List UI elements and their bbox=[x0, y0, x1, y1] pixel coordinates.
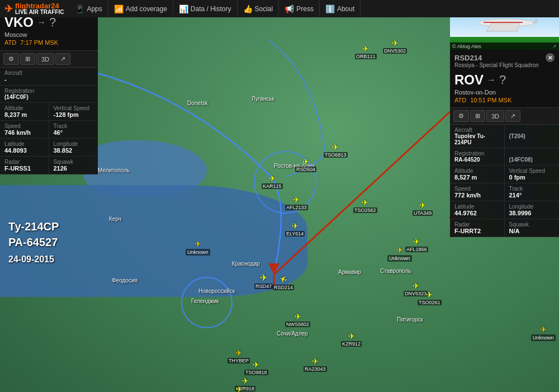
flight-kar115[interactable]: ✈ KAR115 bbox=[262, 174, 283, 189]
right-radar-cell: Radar F-URRT2 bbox=[450, 219, 505, 237]
left-lat-cell: Latitude 44.8093 bbox=[0, 139, 49, 156]
right-route-arrow: → bbox=[487, 75, 496, 85]
right-flight-panel: © Aktug Ates ↗ RSD214 ✕ Rossiya - Specia… bbox=[450, 0, 559, 237]
left-alt-vs-row: Altitude 8,237 m Vertical Speed -128 fpm bbox=[0, 103, 98, 121]
city-krasnodar: Краснодар bbox=[232, 261, 260, 267]
city-armavir: Армавир bbox=[338, 269, 361, 275]
top-navigation: ✈ flightradar24 LIVE AIR TRAFFIC 📱 Apps … bbox=[0, 0, 559, 17]
flight-tso6813[interactable]: ✈ TSO6813 bbox=[324, 143, 348, 158]
right-3d-btn[interactable]: 3D bbox=[486, 110, 504, 122]
city-luhansk: Луганськ bbox=[252, 96, 274, 102]
flight-tso2562[interactable]: ✈ TSO2562 bbox=[353, 198, 377, 213]
flight-ra23043[interactable]: ✈ RA23043 bbox=[304, 357, 327, 372]
right-settings-btn[interactable]: ⚙ bbox=[453, 110, 469, 122]
left-settings-btn[interactable]: ⚙ bbox=[3, 53, 19, 65]
flight-orb111[interactable]: ✈ ORB111 bbox=[355, 44, 377, 59]
left-speed-cell: Speed 746 km/h bbox=[0, 121, 49, 138]
chart-icon: 📊 bbox=[179, 4, 188, 13]
right-registration-cell: Registration RA-64520 bbox=[450, 148, 505, 165]
right-airline: Rossiya - Special Flight Squadron bbox=[454, 62, 555, 68]
svg-marker-11 bbox=[486, 23, 520, 31]
city-gelendzhik: Геленджик bbox=[191, 298, 219, 304]
right-info-grid: Aircraft Tupolev Tu-214PU (T204) Registr… bbox=[450, 125, 559, 237]
flight-rsd47[interactable]: ✈ RSD47 bbox=[254, 272, 273, 289]
city-pyatigorsk: Пятигорск bbox=[397, 317, 423, 323]
nav-press[interactable]: 📢 Press bbox=[279, 0, 320, 17]
right-aircraft-row: Aircraft Tupolev Tu-214PU (T204) bbox=[450, 125, 559, 148]
photo-external-link[interactable]: ↗ bbox=[552, 44, 557, 49]
right-speed-track-row: Speed 772 km/h Track 214° bbox=[450, 183, 559, 201]
left-3d-btn[interactable]: 3D bbox=[36, 53, 54, 65]
right-split-btn[interactable]: ⊞ bbox=[470, 110, 485, 122]
left-flight-panel: RSD47 ✕ VKO → ? Moscow ATD 7:17 PM MSK ⚙… bbox=[0, 0, 98, 174]
left-route-arrow: → bbox=[37, 17, 46, 27]
flight-tso0261[interactable]: ✈ TSO0261 bbox=[418, 290, 442, 305]
right-altitude-cell: Altitude 8,527 m bbox=[450, 166, 505, 183]
right-reg-tag-cell: (14FC08) bbox=[505, 148, 560, 165]
city-melitopol: Мелитополь bbox=[98, 167, 130, 173]
logo: ✈ flightradar24 LIVE AIR TRAFFIC bbox=[4, 2, 64, 15]
nav-apps[interactable]: 📱 Apps bbox=[69, 0, 108, 17]
nav-data-history[interactable]: 📊 Data / History bbox=[173, 0, 238, 17]
city-novorossiysk: Новороссийск bbox=[198, 288, 235, 294]
press-icon: 📢 bbox=[285, 4, 294, 13]
city-donetsk: Donetsk bbox=[187, 100, 208, 106]
nav-add-coverage[interactable]: 📶 Add coverage bbox=[108, 0, 173, 17]
svg-rect-13 bbox=[484, 22, 523, 23]
like-icon: 👍 bbox=[243, 4, 253, 13]
left-radar-cell: Radar F-URSS1 bbox=[0, 157, 49, 174]
left-aircraft-row: Aircraft - bbox=[0, 68, 98, 86]
flight-kzr912[interactable]: ✈ KZR912 bbox=[341, 332, 362, 347]
left-squawk-cell: Squawk 2126 bbox=[49, 157, 98, 174]
flight-unknown3[interactable]: ✈ Unknown bbox=[531, 325, 556, 341]
left-atd-row: ATD 7:17 PM MSK bbox=[4, 38, 93, 48]
right-city-name: Rostov-on-Don bbox=[454, 89, 555, 96]
city-feodosiya: Феодосия bbox=[112, 277, 138, 284]
right-close-button[interactable]: ✕ bbox=[546, 53, 555, 62]
right-atd-row: ATD 10:51 PM MSK bbox=[454, 96, 555, 106]
right-radar-squawk-row: Radar F-URRT2 Squawk N/A bbox=[450, 219, 559, 237]
left-radar-squawk-row: Radar F-URSS1 Squawk 2126 bbox=[0, 157, 98, 174]
right-flight-header: RSD214 ✕ Rossiya - Special Flight Squadr… bbox=[450, 50, 559, 108]
left-altitude-cell: Altitude 8,237 m bbox=[0, 103, 49, 120]
right-share-btn[interactable]: ↗ bbox=[505, 110, 520, 122]
right-squawk-cell: Squawk N/A bbox=[505, 219, 560, 237]
left-track-cell: Track 46° bbox=[49, 121, 98, 138]
flight-rsd504[interactable]: ✈ RSD504 bbox=[295, 157, 316, 172]
flight-thybep[interactable]: ✈ THYBEP bbox=[228, 348, 250, 363]
left-toolbar: ⚙ ⊞ 3D ↗ bbox=[0, 51, 98, 68]
right-latlon-row: Latitude 44.9762 Longitude 38.9996 bbox=[450, 201, 559, 219]
left-share-btn[interactable]: ↗ bbox=[55, 53, 70, 65]
photo-caption: © Aktug Ates ↗ bbox=[450, 42, 559, 50]
flight-unknown1[interactable]: ✈ Unknown bbox=[186, 239, 210, 256]
right-origin-code: ROV bbox=[454, 72, 484, 88]
right-aircraft-cell: Aircraft Tupolev Tu-214PU bbox=[450, 125, 505, 148]
flight-rsd214[interactable]: ✈ RSD214 bbox=[273, 273, 294, 290]
right-track-cell: Track 214° bbox=[505, 183, 560, 201]
right-registration-row: Registration RA-64520 (14FC08) bbox=[450, 148, 559, 166]
flight-nws5802[interactable]: ✈ NWS5802 bbox=[285, 312, 310, 327]
flight-afl2133[interactable]: ✈ AFL2133 bbox=[285, 195, 308, 210]
right-route-row: ROV → ? bbox=[454, 70, 555, 89]
flight-afl2134[interactable]: ✈ AFL2134 bbox=[228, 385, 251, 392]
flight-uta349[interactable]: ✈ UTA349 bbox=[413, 201, 433, 216]
left-registration-row: Registration (14FC0F) bbox=[0, 86, 98, 103]
left-registration-cell: Registration (14FC0F) bbox=[0, 86, 98, 102]
nav-about[interactable]: ℹ️ About bbox=[320, 0, 361, 17]
right-flight-id-row: RSD214 ✕ bbox=[454, 53, 555, 62]
right-toolbar: ⚙ ⊞ 3D ↗ bbox=[450, 108, 559, 125]
right-alt-vs-row: Altitude 8,527 m Vertical Speed 0 fpm bbox=[450, 166, 559, 183]
city-kerch: Керч bbox=[109, 216, 121, 222]
signal-icon: 📶 bbox=[114, 4, 124, 13]
right-lon-cell: Longitude 38.9996 bbox=[505, 201, 560, 219]
map-annotation: Ту-214СР РА-64527 24-09-2015 bbox=[8, 219, 59, 266]
flight-dnv5302[interactable]: ✈ DNV5302 bbox=[383, 39, 407, 54]
nav-social[interactable]: 👍 Social bbox=[238, 0, 280, 17]
flight-unknown2[interactable]: ✈ Unknown bbox=[387, 245, 412, 262]
city-stavropol: Ставрополь bbox=[380, 268, 411, 274]
left-split-btn[interactable]: ⊞ bbox=[20, 53, 35, 65]
flight-ely614[interactable]: ✈ ELY614 bbox=[285, 221, 305, 237]
left-info-grid: Aircraft - Registration (14FC0F) Altitud… bbox=[0, 68, 98, 174]
left-vs-cell: Vertical Speed -128 fpm bbox=[49, 103, 98, 120]
left-aircraft-cell: Aircraft - bbox=[0, 68, 98, 85]
